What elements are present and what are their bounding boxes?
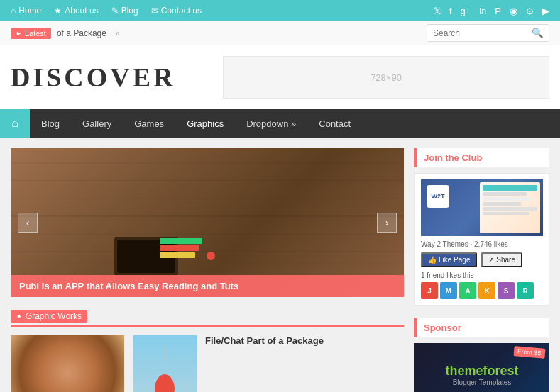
nav-contact[interactable]: ✉ Contact us — [151, 6, 202, 16]
fb-page-image: W2T — [421, 179, 543, 236]
facebook-icon[interactable]: f — [449, 6, 452, 16]
linkedin-icon[interactable]: in — [479, 6, 486, 16]
post-thumbnail-2 — [133, 335, 197, 392]
nav-blog[interactable]: Blog — [30, 109, 71, 138]
fb-avatars: J M A K S R — [421, 282, 543, 299]
sponsor-brand: themeforest — [445, 364, 518, 379]
join-club-title: Join the Club — [414, 148, 549, 167]
wood-line — [11, 215, 404, 217]
sponsor-widget: Sponsor themeforest Blogger Templates Fr… — [414, 318, 549, 392]
avatar-2: M — [440, 282, 457, 299]
fb-share-button[interactable]: ↗ Share — [481, 252, 522, 267]
nav-blog[interactable]: ✎ Blog — [111, 6, 138, 16]
section-badge: Graphic Works — [11, 310, 87, 323]
avatar-4: K — [478, 282, 495, 299]
thumbs-up-icon: 👍 — [428, 256, 437, 264]
fb-like-button[interactable]: 👍 Like Page — [421, 252, 477, 267]
avatar-3: A — [459, 282, 476, 299]
join-club-widget: Join the Club W2T — [414, 148, 549, 306]
slider-caption: Publ is an APP that Allows Easy Reading … — [11, 275, 404, 297]
pinterest-icon[interactable]: P — [495, 6, 501, 16]
home-small-icon: ⌂ — [11, 6, 16, 16]
envelope-icon: ✉ — [151, 6, 158, 16]
sidebar: Join the Club W2T — [414, 148, 549, 392]
latest-left: Latest of a Package » — [11, 28, 120, 39]
red-dot — [207, 252, 215, 260]
avatar-6: R — [517, 282, 534, 299]
dribbble-icon[interactable]: ⊙ — [526, 6, 534, 16]
avatar-5: S — [498, 282, 515, 299]
sponsor-title: Sponsor — [414, 318, 549, 337]
content-area: ‹ › Publ is an APP that Allows Easy Read… — [11, 148, 404, 392]
latest-text: of a Package — [57, 28, 106, 38]
wood-line — [11, 198, 404, 199]
instagram-icon[interactable]: ◉ — [510, 6, 517, 16]
social-icons: 𝕏 f g+ in P ◉ ⊙ ▶ — [434, 6, 549, 16]
search-input[interactable] — [427, 26, 527, 41]
slider-next-button[interactable]: › — [377, 213, 397, 233]
post-title-link[interactable]: File/Chat Part of a Package — [205, 335, 324, 346]
sponsor-content: themeforest Blogger Templates — [445, 364, 518, 386]
post-thumbnail-1 — [11, 335, 124, 392]
search-box[interactable]: 🔍 — [427, 24, 549, 42]
sponsor-price-badge: From $5 — [514, 346, 546, 359]
cinnamon-image — [11, 335, 124, 392]
wood-line — [11, 233, 404, 235]
sponsor-subtitle: Blogger Templates — [445, 379, 518, 386]
nav-games[interactable]: Games — [123, 109, 175, 138]
join-club-box: W2T Way 2 — [414, 173, 549, 306]
fb-likes: Way 2 Themes · 2,746 likes — [421, 240, 543, 248]
home-nav-icon: ⌂ — [11, 117, 18, 130]
nav-home[interactable]: ⌂ Home — [11, 6, 41, 16]
featured-slider: ‹ › Publ is an APP that Allows Easy Read… — [11, 148, 404, 297]
header: DISCOVER 728×90 — [0, 45, 560, 109]
fb-friend-text: 1 friend likes this — [421, 271, 543, 279]
nav-gallery[interactable]: Gallery — [71, 109, 123, 138]
graphic-works-section: Graphic Works File/Chat Part of a Packag… — [11, 310, 404, 392]
latest-badge[interactable]: Latest — [11, 28, 51, 39]
main-content: ‹ › Publ is an APP that Allows Easy Read… — [0, 138, 560, 392]
section-header: Graphic Works — [11, 310, 404, 327]
nav-graphics[interactable]: Graphics — [175, 109, 235, 138]
main-nav: ⌂ Blog Gallery Games Graphics Dropdown »… — [0, 109, 560, 138]
post-info: File/Chat Part of a Package — [205, 335, 404, 392]
fb-overlay — [421, 179, 543, 236]
latest-arrow: » — [115, 28, 120, 38]
nav-contact[interactable]: Contact — [307, 109, 362, 138]
nav-dropdown[interactable]: Dropdown » — [235, 109, 307, 138]
book-stack — [160, 238, 202, 258]
twitter-icon[interactable]: 𝕏 — [434, 6, 441, 16]
wood-line — [11, 162, 404, 164]
youtube-icon[interactable]: ▶ — [542, 6, 549, 16]
pencil-icon: ✎ — [111, 6, 119, 16]
post-title: File/Chat Part of a Package — [205, 335, 404, 346]
slider-prev-button[interactable]: ‹ — [18, 213, 38, 233]
wood-line — [11, 262, 404, 263]
balloon-string — [165, 346, 165, 360]
site-logo[interactable]: DISCOVER — [11, 62, 176, 93]
ad-banner: 728×90 — [223, 56, 549, 99]
fb-actions: 👍 Like Page ↗ Share — [421, 252, 543, 267]
nav-home-button[interactable]: ⌂ — [0, 109, 30, 138]
balloon-shape — [155, 374, 175, 392]
avatar-1: J — [421, 282, 438, 299]
share-icon: ↗ — [488, 256, 494, 264]
search-button[interactable]: 🔍 — [527, 25, 549, 41]
post-grid: File/Chat Part of a Package — [11, 335, 404, 392]
top-bar: ⌂ Home ★ About us ✎ Blog ✉ Contact us 𝕏 … — [0, 0, 560, 21]
nav-about[interactable]: ★ About us — [54, 6, 98, 16]
star-icon: ★ — [54, 6, 62, 16]
top-nav-links: ⌂ Home ★ About us ✎ Blog ✉ Contact us — [11, 6, 202, 16]
latest-bar: Latest of a Package » 🔍 — [0, 21, 560, 45]
sponsor-box: themeforest Blogger Templates From $5 — [414, 343, 549, 392]
wood-line — [11, 180, 404, 181]
google-plus-icon[interactable]: g+ — [460, 6, 471, 16]
balloon-image — [133, 335, 197, 392]
